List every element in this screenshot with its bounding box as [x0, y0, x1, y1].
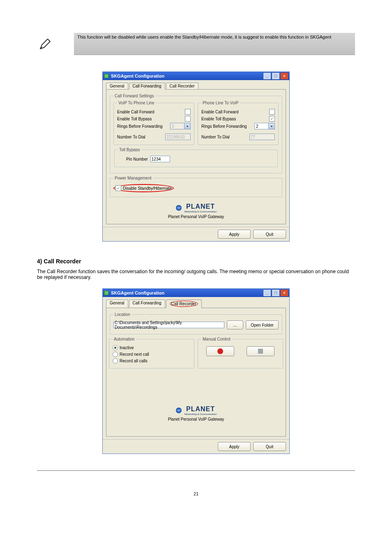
- group-location: Location: [113, 312, 131, 317]
- svg-rect-0: [104, 74, 108, 78]
- label-record-all: Record all calls: [120, 359, 148, 363]
- label-pin-number: Pin Number: [126, 157, 148, 161]
- maximize-button[interactable]: □: [272, 72, 280, 80]
- section-body-text: The Call Recorder function saves the con…: [37, 269, 355, 280]
- combo-rings-right[interactable]: 2 ▾: [254, 123, 275, 129]
- label-enable-toll-bypass-left: Enable Toll Bypass: [117, 117, 185, 121]
- input-number-to-dial-right[interactable]: 77: [249, 134, 275, 140]
- tab-call-forwarding[interactable]: Call Forwarding: [129, 83, 165, 90]
- app-icon: [104, 290, 109, 296]
- apply-button[interactable]: Apply: [218, 230, 251, 239]
- group-voip-to-phone: VoIP To Phone Line: [117, 101, 156, 105]
- brand-caption: Planet Personal VoIP Gateway: [109, 417, 283, 421]
- tab-call-recorder[interactable]: Call Recorder: [166, 83, 198, 90]
- label-inactive: Inactive: [120, 345, 134, 350]
- label-record-next: Record next call: [120, 352, 149, 357]
- radio-inactive[interactable]: [113, 345, 118, 350]
- tab-general[interactable]: General: [106, 299, 128, 308]
- quit-button[interactable]: Quit: [253, 442, 286, 451]
- browse-button[interactable]: ...: [227, 320, 243, 329]
- group-call-forward-settings: Call Forward Settings: [113, 94, 155, 98]
- screenshot-call-recorder: SKGAgent Configuration _ □ × General Cal…: [102, 288, 290, 454]
- label-number-to-dial-left: Number To Dial: [117, 135, 165, 139]
- stop-icon: [258, 349, 263, 354]
- input-location-path[interactable]: C:\Documents and Settings\jacky\My Docum…: [113, 322, 224, 328]
- group-manual-control: Manual Control: [201, 337, 232, 341]
- chevron-down-icon: ▾: [184, 123, 190, 129]
- close-button[interactable]: ×: [280, 72, 288, 80]
- radio-record-all[interactable]: [113, 358, 118, 364]
- label-number-to-dial-right: Number To Dial: [201, 135, 249, 139]
- chevron-down-icon: ▾: [268, 123, 274, 129]
- planet-logo: PLANET Networking & Communication: [175, 405, 217, 415]
- group-power-management: Power Management: [113, 176, 153, 180]
- label-enable-call-forward-left: Enable Call Forward: [117, 110, 185, 114]
- tab-call-recorder[interactable]: Call Recorder: [166, 299, 202, 308]
- apply-button[interactable]: Apply: [218, 442, 251, 451]
- brand-caption: Planet Personal VoIP Gateway: [109, 214, 283, 219]
- label-enable-call-forward-right: Enable Call Forward: [201, 110, 269, 114]
- label-enable-toll-bypass-right: Enable Toll Bypass: [201, 117, 269, 121]
- label-rings-left: Rings Before Forwarding: [117, 124, 170, 129]
- tab-call-forwarding[interactable]: Call Forwarding: [129, 299, 165, 308]
- group-phone-to-voip: Phone Line To VoIP: [201, 101, 240, 105]
- circled-highlight: ✓ Disable Standby/Hibernate: [113, 184, 174, 192]
- label-rings-right: Rings Before Forwarding: [201, 124, 254, 129]
- checkbox-enable-call-forward-left[interactable]: [185, 109, 191, 115]
- titlebar: SKGAgent Configuration _ □ ×: [103, 289, 289, 297]
- window-title: SKGAgent Configuration: [111, 290, 263, 295]
- input-number-to-dial-left[interactable]: 22199510: [165, 134, 191, 140]
- circled-highlight-tab: Call Recorder: [170, 301, 198, 307]
- screenshot-call-forwarding: SKGAgent Configuration _ □ × General Cal…: [102, 71, 290, 242]
- planet-logo: PLANET Networking & Communication: [175, 203, 217, 213]
- app-icon: [104, 73, 109, 79]
- record-button[interactable]: [206, 346, 234, 356]
- svg-rect-2: [104, 291, 108, 295]
- checkbox-disable-standby[interactable]: ✓: [115, 185, 121, 191]
- window-title: SKGAgent Configuration: [111, 74, 263, 78]
- page-number: 21: [37, 491, 355, 496]
- section-title-call-recorder: 4) Call Recorder: [37, 258, 355, 265]
- titlebar: SKGAgent Configuration _ □ ×: [103, 72, 289, 80]
- checkbox-enable-toll-bypass-left[interactable]: [185, 116, 191, 122]
- pen-icon: [37, 36, 53, 52]
- group-automation: Automation: [113, 337, 136, 341]
- note-banner: This function will be disabled while use…: [74, 33, 355, 55]
- tab-general[interactable]: General: [106, 83, 128, 90]
- quit-button[interactable]: Quit: [253, 230, 286, 239]
- input-pin-number[interactable]: 1234: [150, 156, 170, 162]
- checkbox-enable-toll-bypass-right[interactable]: ✓: [269, 116, 275, 122]
- footer-rule: [37, 470, 355, 471]
- record-icon: [217, 348, 223, 354]
- combo-rings-left[interactable]: 2 ▾: [170, 123, 191, 129]
- open-folder-button[interactable]: Open Folder: [246, 320, 279, 329]
- group-toll-bypass: Toll Bypass: [118, 147, 141, 152]
- maximize-button[interactable]: □: [272, 289, 280, 297]
- label-disable-standby: Disable Standby/Hibernate: [123, 186, 172, 191]
- stop-button[interactable]: [247, 346, 274, 356]
- radio-record-next[interactable]: [113, 352, 118, 357]
- close-button[interactable]: ×: [280, 289, 288, 297]
- minimize-button[interactable]: _: [263, 289, 271, 297]
- checkbox-enable-call-forward-right[interactable]: [269, 109, 275, 115]
- minimize-button[interactable]: _: [263, 72, 271, 80]
